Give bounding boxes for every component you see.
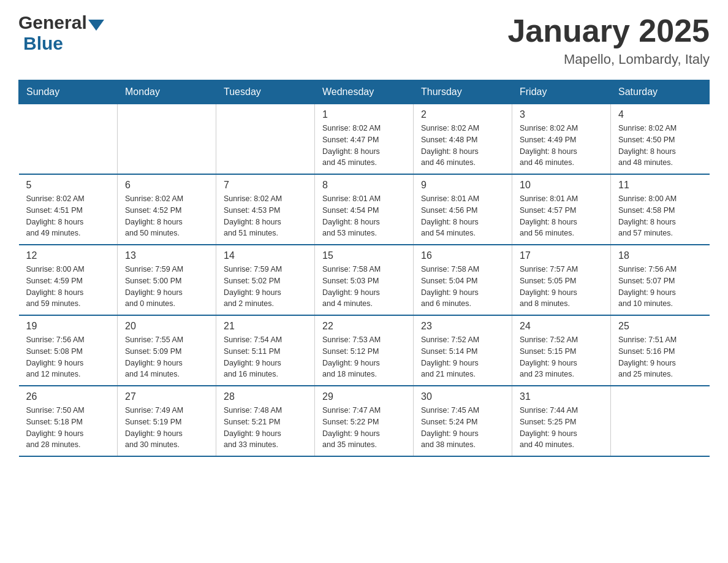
logo-blue-text: Blue <box>23 33 63 53</box>
header-thursday: Thursday <box>414 80 512 104</box>
calendar-cell: 1Sunrise: 8:02 AM Sunset: 4:47 PM Daylig… <box>315 104 414 175</box>
calendar-table: SundayMondayTuesdayWednesdayThursdayFrid… <box>18 80 710 457</box>
header-friday: Friday <box>512 80 611 104</box>
calendar-cell: 23Sunrise: 7:52 AM Sunset: 5:14 PM Dayli… <box>414 315 512 386</box>
day-number: 12 <box>26 250 110 261</box>
calendar-week-row: 1Sunrise: 8:02 AM Sunset: 4:47 PM Daylig… <box>19 104 710 175</box>
day-info: Sunrise: 7:59 AM Sunset: 5:00 PM Dayligh… <box>125 264 208 310</box>
logo: General Blue <box>18 12 104 54</box>
calendar-cell: 3Sunrise: 8:02 AM Sunset: 4:49 PM Daylig… <box>512 104 611 175</box>
calendar-cell: 22Sunrise: 7:53 AM Sunset: 5:12 PM Dayli… <box>315 315 414 386</box>
day-info: Sunrise: 8:01 AM Sunset: 4:57 PM Dayligh… <box>520 193 603 239</box>
day-info: Sunrise: 8:01 AM Sunset: 4:56 PM Dayligh… <box>421 193 504 239</box>
day-info: Sunrise: 7:50 AM Sunset: 5:18 PM Dayligh… <box>26 405 110 451</box>
day-info: Sunrise: 7:59 AM Sunset: 5:02 PM Dayligh… <box>224 264 307 310</box>
day-info: Sunrise: 8:02 AM Sunset: 4:50 PM Dayligh… <box>618 123 702 169</box>
day-info: Sunrise: 7:52 AM Sunset: 5:15 PM Dayligh… <box>520 334 603 380</box>
day-info: Sunrise: 8:01 AM Sunset: 4:54 PM Dayligh… <box>322 193 406 239</box>
calendar-cell: 14Sunrise: 7:59 AM Sunset: 5:02 PM Dayli… <box>216 245 315 315</box>
day-number: 27 <box>125 391 208 402</box>
calendar-cell <box>19 104 118 175</box>
day-info: Sunrise: 7:57 AM Sunset: 5:05 PM Dayligh… <box>520 264 603 310</box>
day-number: 1 <box>322 109 406 120</box>
logo-arrow-icon <box>88 20 104 31</box>
day-number: 13 <box>125 250 208 261</box>
calendar-cell: 2Sunrise: 8:02 AM Sunset: 4:48 PM Daylig… <box>414 104 512 175</box>
day-number: 22 <box>322 321 406 332</box>
day-number: 3 <box>520 109 603 120</box>
header-wednesday: Wednesday <box>315 80 414 104</box>
day-number: 5 <box>26 180 110 191</box>
day-info: Sunrise: 7:44 AM Sunset: 5:25 PM Dayligh… <box>520 405 603 451</box>
day-info: Sunrise: 8:02 AM Sunset: 4:48 PM Dayligh… <box>421 123 504 169</box>
calendar-body: 1Sunrise: 8:02 AM Sunset: 4:47 PM Daylig… <box>19 104 710 457</box>
calendar-cell: 9Sunrise: 8:01 AM Sunset: 4:56 PM Daylig… <box>414 174 512 245</box>
header-tuesday: Tuesday <box>216 80 315 104</box>
calendar-header: SundayMondayTuesdayWednesdayThursdayFrid… <box>19 80 710 104</box>
day-number: 16 <box>421 250 504 261</box>
page-header: General Blue January 2025 Mapello, Lomba… <box>18 12 710 67</box>
calendar-cell: 6Sunrise: 8:02 AM Sunset: 4:52 PM Daylig… <box>118 174 216 245</box>
calendar-cell: 18Sunrise: 7:56 AM Sunset: 5:07 PM Dayli… <box>611 245 710 315</box>
calendar-cell: 15Sunrise: 7:58 AM Sunset: 5:03 PM Dayli… <box>315 245 414 315</box>
day-number: 15 <box>322 250 406 261</box>
calendar-cell: 4Sunrise: 8:02 AM Sunset: 4:50 PM Daylig… <box>611 104 710 175</box>
day-info: Sunrise: 8:02 AM Sunset: 4:52 PM Dayligh… <box>125 193 208 239</box>
calendar-cell: 13Sunrise: 7:59 AM Sunset: 5:00 PM Dayli… <box>118 245 216 315</box>
calendar-cell: 5Sunrise: 8:02 AM Sunset: 4:51 PM Daylig… <box>19 174 118 245</box>
header-sunday: Sunday <box>19 80 118 104</box>
calendar-cell: 31Sunrise: 7:44 AM Sunset: 5:25 PM Dayli… <box>512 386 611 456</box>
header-monday: Monday <box>118 80 216 104</box>
day-number: 8 <box>322 180 406 191</box>
day-info: Sunrise: 7:54 AM Sunset: 5:11 PM Dayligh… <box>224 334 307 380</box>
day-number: 10 <box>520 180 603 191</box>
calendar-cell: 29Sunrise: 7:47 AM Sunset: 5:22 PM Dayli… <box>315 386 414 456</box>
day-number: 29 <box>322 391 406 402</box>
calendar-week-row: 12Sunrise: 8:00 AM Sunset: 4:59 PM Dayli… <box>19 245 710 315</box>
calendar-title: January 2025 <box>507 12 710 49</box>
day-info: Sunrise: 7:55 AM Sunset: 5:09 PM Dayligh… <box>125 334 208 380</box>
header-row: SundayMondayTuesdayWednesdayThursdayFrid… <box>19 80 710 104</box>
logo-general-text: General <box>18 12 87 33</box>
day-number: 26 <box>26 391 110 402</box>
calendar-cell: 10Sunrise: 8:01 AM Sunset: 4:57 PM Dayli… <box>512 174 611 245</box>
day-info: Sunrise: 7:47 AM Sunset: 5:22 PM Dayligh… <box>322 405 406 451</box>
day-info: Sunrise: 7:51 AM Sunset: 5:16 PM Dayligh… <box>618 334 702 380</box>
calendar-week-row: 19Sunrise: 7:56 AM Sunset: 5:08 PM Dayli… <box>19 315 710 386</box>
day-info: Sunrise: 7:45 AM Sunset: 5:24 PM Dayligh… <box>421 405 504 451</box>
day-number: 21 <box>224 321 307 332</box>
day-info: Sunrise: 8:02 AM Sunset: 4:47 PM Dayligh… <box>322 123 406 169</box>
calendar-cell: 24Sunrise: 7:52 AM Sunset: 5:15 PM Dayli… <box>512 315 611 386</box>
day-info: Sunrise: 7:56 AM Sunset: 5:08 PM Dayligh… <box>26 334 110 380</box>
day-info: Sunrise: 7:48 AM Sunset: 5:21 PM Dayligh… <box>224 405 307 451</box>
calendar-cell: 11Sunrise: 8:00 AM Sunset: 4:58 PM Dayli… <box>611 174 710 245</box>
day-number: 14 <box>224 250 307 261</box>
day-info: Sunrise: 8:02 AM Sunset: 4:51 PM Dayligh… <box>26 193 110 239</box>
calendar-cell: 12Sunrise: 8:00 AM Sunset: 4:59 PM Dayli… <box>19 245 118 315</box>
day-info: Sunrise: 7:52 AM Sunset: 5:14 PM Dayligh… <box>421 334 504 380</box>
day-info: Sunrise: 7:53 AM Sunset: 5:12 PM Dayligh… <box>322 334 406 380</box>
day-number: 23 <box>421 321 504 332</box>
calendar-cell: 16Sunrise: 7:58 AM Sunset: 5:04 PM Dayli… <box>414 245 512 315</box>
day-number: 18 <box>618 250 702 261</box>
calendar-cell: 17Sunrise: 7:57 AM Sunset: 5:05 PM Dayli… <box>512 245 611 315</box>
day-info: Sunrise: 8:02 AM Sunset: 4:49 PM Dayligh… <box>520 123 603 169</box>
day-number: 7 <box>224 180 307 191</box>
day-number: 11 <box>618 180 702 191</box>
calendar-cell: 19Sunrise: 7:56 AM Sunset: 5:08 PM Dayli… <box>19 315 118 386</box>
calendar-cell: 28Sunrise: 7:48 AM Sunset: 5:21 PM Dayli… <box>216 386 315 456</box>
calendar-cell: 21Sunrise: 7:54 AM Sunset: 5:11 PM Dayli… <box>216 315 315 386</box>
day-number: 31 <box>520 391 603 402</box>
calendar-cell <box>118 104 216 175</box>
day-info: Sunrise: 8:02 AM Sunset: 4:53 PM Dayligh… <box>224 193 307 239</box>
day-info: Sunrise: 7:58 AM Sunset: 5:04 PM Dayligh… <box>421 264 504 310</box>
day-number: 19 <box>26 321 110 332</box>
calendar-cell <box>216 104 315 175</box>
calendar-cell: 8Sunrise: 8:01 AM Sunset: 4:54 PM Daylig… <box>315 174 414 245</box>
calendar-cell: 30Sunrise: 7:45 AM Sunset: 5:24 PM Dayli… <box>414 386 512 456</box>
calendar-cell: 27Sunrise: 7:49 AM Sunset: 5:19 PM Dayli… <box>118 386 216 456</box>
day-number: 30 <box>421 391 504 402</box>
day-number: 17 <box>520 250 603 261</box>
day-number: 28 <box>224 391 307 402</box>
calendar-cell: 7Sunrise: 8:02 AM Sunset: 4:53 PM Daylig… <box>216 174 315 245</box>
